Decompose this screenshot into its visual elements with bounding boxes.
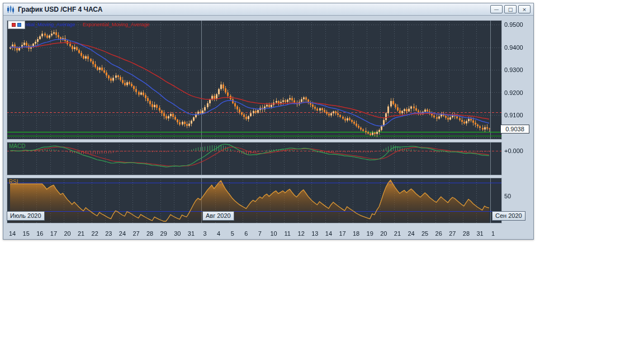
- minimize-button[interactable]: —: [490, 5, 503, 13]
- ema-red-chip: [12, 23, 16, 27]
- ema-blue-chip: [17, 23, 21, 27]
- month-badge-july[interactable]: Июль 2020: [7, 211, 45, 221]
- chart-window: График USD /CHF 4 ЧАСА — □ × Exponential…: [3, 3, 534, 240]
- rsi-mid-value: 50: [504, 193, 511, 199]
- candlestick-chart-icon: [6, 6, 15, 13]
- legend-box[interactable]: [8, 21, 25, 29]
- ema-slow-legend-label: Exponential_Moving_Average: [83, 22, 149, 27]
- rsi-label: RSI: [9, 179, 18, 185]
- month-badge-september[interactable]: Сен 2020: [492, 211, 525, 221]
- close-button[interactable]: ×: [518, 5, 531, 13]
- macd-zero-value: +0.000: [504, 147, 523, 154]
- macd-label: MACD: [9, 143, 25, 149]
- chart-client: Exponential_Moving_Average Exponential_M…: [3, 16, 533, 239]
- restore-button[interactable]: □: [504, 5, 517, 13]
- chart-canvas[interactable]: [3, 16, 533, 239]
- window-title: График USD /CHF 4 ЧАСА: [18, 6, 489, 13]
- current-price-box: 0.9038: [500, 125, 529, 134]
- desktop: График USD /CHF 4 ЧАСА — □ × Exponential…: [0, 0, 644, 362]
- month-badge-august[interactable]: Авг 2020: [202, 211, 234, 221]
- titlebar[interactable]: График USD /CHF 4 ЧАСА — □ ×: [3, 3, 533, 16]
